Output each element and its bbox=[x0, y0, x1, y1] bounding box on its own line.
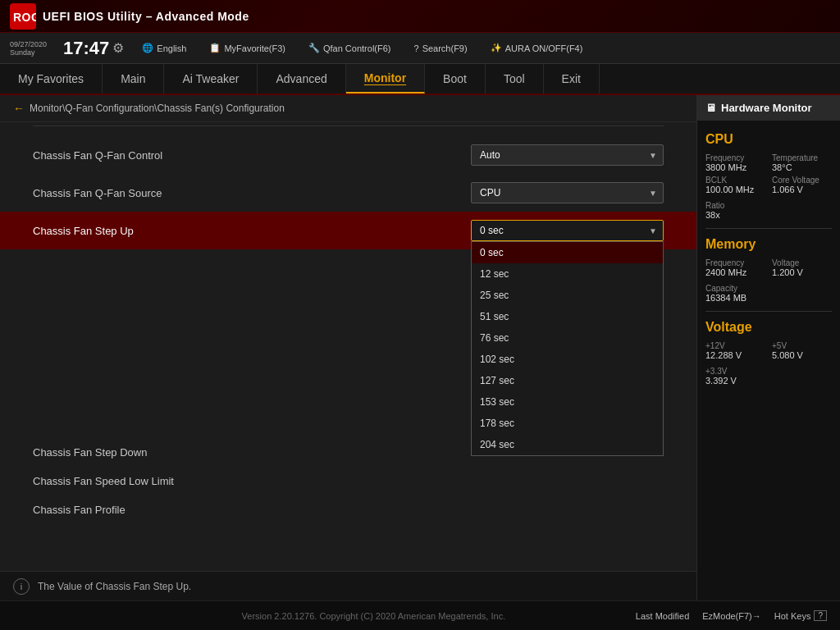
header-logo: ROG UEFI BIOS Utility – Advanced Mode bbox=[10, 3, 249, 30]
aura-icon: ✨ bbox=[491, 43, 502, 53]
settings-icon[interactable]: ⚙ bbox=[112, 40, 124, 56]
hw-mem-volt-col: Voltage 1.200 V bbox=[772, 258, 832, 277]
step-up-select-wrapper: 0 sec ▼ 0 sec 12 sec 25 sec 51 sec 76 se… bbox=[471, 220, 664, 241]
language-label: English bbox=[157, 43, 186, 53]
hw-divider-1 bbox=[705, 228, 832, 229]
nav-item-my-favorites[interactable]: My Favorites bbox=[0, 64, 103, 94]
hot-keys-label: Hot Keys bbox=[774, 611, 811, 621]
hw-v12-col: +12V 12.288 V bbox=[705, 341, 765, 360]
setting-label-step-up: Chassis Fan Step Up bbox=[33, 225, 471, 237]
hw-mem-freq-col: Frequency 2400 MHz bbox=[705, 258, 765, 277]
nav-item-boot[interactable]: Boot bbox=[425, 64, 486, 94]
qfan-control-select-wrapper: Auto Manual Disabled ▼ bbox=[471, 144, 664, 166]
hot-keys-button[interactable]: Hot Keys ? bbox=[774, 610, 827, 621]
hw-v33-value: 3.392 V bbox=[705, 376, 832, 386]
aura-button[interactable]: ✨ AURA ON/OFF(F4) bbox=[486, 41, 588, 55]
setting-row-qfan-source: Chassis Fan Q-Fan Source CPU MB ▼ bbox=[0, 174, 696, 212]
nav-label-monitor: Monitor bbox=[364, 71, 406, 84]
step-up-option-204sec[interactable]: 204 sec bbox=[472, 434, 663, 455]
nav-label-ai-tweaker: Ai Tweaker bbox=[182, 72, 239, 85]
nav-label-exit: Exit bbox=[562, 72, 581, 85]
hw-cpu-grid: Frequency 3800 MHz Temperature 38°C BCLK… bbox=[705, 153, 832, 194]
nav-label-my-favorites: My Favorites bbox=[18, 72, 84, 85]
step-up-option-51sec[interactable]: 51 sec bbox=[472, 306, 663, 327]
main-layout: ← Monitor\Q-Fan Configuration\Chassis Fa… bbox=[0, 95, 840, 600]
breadcrumb-back-button[interactable]: ← bbox=[13, 102, 25, 115]
nav-bar: My Favorites Main Ai Tweaker Advanced Mo… bbox=[0, 64, 840, 95]
hw-mem-volt-value: 1.200 V bbox=[772, 267, 832, 277]
setting-row-step-up: Chassis Fan Step Up 0 sec ▼ 0 sec 12 sec… bbox=[0, 212, 696, 249]
hw-voltage-title: Voltage bbox=[705, 320, 832, 335]
nav-item-advanced[interactable]: Advanced bbox=[258, 64, 345, 94]
toolbar-clock: 17:47 bbox=[63, 39, 109, 57]
nav-item-monitor[interactable]: Monitor bbox=[346, 64, 425, 94]
favorite-icon: 📋 bbox=[209, 43, 221, 53]
step-up-option-0sec[interactable]: 0 sec bbox=[472, 242, 663, 263]
hw-v33-row: +3.3V 3.392 V bbox=[705, 367, 832, 386]
ez-mode-button[interactable]: EzMode(F7)→ bbox=[702, 610, 761, 621]
breadcrumb: ← Monitor\Q-Fan Configuration\Chassis Fa… bbox=[0, 95, 696, 122]
header: ROG UEFI BIOS Utility – Advanced Mode bbox=[0, 0, 840, 33]
qfan-source-select-wrapper: CPU MB ▼ bbox=[471, 182, 664, 203]
info-message: The Value of Chassis Fan Step Up. bbox=[38, 581, 191, 592]
content-area: ← Monitor\Q-Fan Configuration\Chassis Fa… bbox=[0, 95, 696, 600]
step-up-option-178sec[interactable]: 178 sec bbox=[472, 413, 663, 434]
ez-mode-label: EzMode(F7)→ bbox=[702, 611, 761, 621]
header-title: UEFI BIOS Utility – Advanced Mode bbox=[43, 10, 249, 23]
step-up-option-153sec[interactable]: 153 sec bbox=[472, 391, 663, 413]
info-bar: i The Value of Chassis Fan Step Up. bbox=[0, 571, 696, 600]
nav-label-main: Main bbox=[121, 72, 145, 85]
step-up-option-102sec[interactable]: 102 sec bbox=[472, 349, 663, 370]
hw-cpu-title: CPU bbox=[705, 132, 832, 147]
hw-memory-grid: Frequency 2400 MHz Voltage 1.200 V bbox=[705, 258, 832, 277]
hw-cpu-temp-col: Temperature 38°C bbox=[772, 153, 832, 172]
nav-item-ai-tweaker[interactable]: Ai Tweaker bbox=[164, 64, 258, 94]
toolbar-day: Sunday bbox=[10, 48, 47, 57]
step-up-option-12sec[interactable]: 12 sec bbox=[472, 263, 663, 285]
search-label: Search(F9) bbox=[422, 43, 468, 53]
search-button[interactable]: ? Search(F9) bbox=[409, 42, 472, 55]
toolbar-date: 09/27/2020 bbox=[10, 40, 47, 48]
step-up-select-display[interactable]: 0 sec bbox=[471, 220, 664, 241]
hw-cpu-temp-value: 38°C bbox=[772, 162, 832, 172]
setting-label-qfan-control: Chassis Fan Q-Fan Control bbox=[33, 149, 471, 162]
setting-label-qfan-source: Chassis Fan Q-Fan Source bbox=[33, 187, 471, 199]
hw-mem-freq-value: 2400 MHz bbox=[705, 267, 765, 277]
hw-mem-cap-value: 16384 MB bbox=[705, 293, 832, 303]
info-icon: i bbox=[13, 578, 30, 595]
footer-copyright: Version 2.20.1276. Copyright (C) 2020 Am… bbox=[112, 611, 636, 621]
hw-v12-value: 12.288 V bbox=[705, 350, 765, 360]
setting-row-qfan-control: Chassis Fan Q-Fan Control Auto Manual Di… bbox=[0, 136, 696, 174]
last-modified-button[interactable]: Last Modified bbox=[636, 610, 689, 621]
hw-cpu-corev-value: 1.066 V bbox=[772, 185, 832, 194]
hw-monitor-title: Hardware Monitor bbox=[721, 102, 812, 114]
nav-label-boot: Boot bbox=[443, 72, 467, 85]
nav-item-main[interactable]: Main bbox=[103, 64, 164, 94]
last-modified-label: Last Modified bbox=[636, 611, 689, 621]
step-up-option-127sec[interactable]: 127 sec bbox=[472, 370, 663, 391]
qfan-control-select[interactable]: Auto Manual Disabled bbox=[471, 144, 664, 166]
settings-list: Chassis Fan Q-Fan Control Auto Manual Di… bbox=[0, 130, 696, 571]
hw-monitor-header: 🖥 Hardware Monitor bbox=[697, 95, 840, 121]
nav-item-tool[interactable]: Tool bbox=[486, 64, 544, 94]
myfavorite-button[interactable]: 📋 MyFavorite(F3) bbox=[204, 41, 290, 55]
setting-label-speed-low-limit: Chassis Fan Speed Low Limit bbox=[33, 475, 664, 487]
aura-label: AURA ON/OFF(F4) bbox=[505, 43, 583, 53]
hw-voltage-grid: +12V 12.288 V +5V 5.080 V bbox=[705, 341, 832, 360]
hw-mem-cap-row: Capacity 16384 MB bbox=[705, 284, 832, 303]
hw-v5-value: 5.080 V bbox=[772, 350, 832, 360]
language-button[interactable]: 🌐 English bbox=[137, 41, 191, 55]
monitor-icon: 🖥 bbox=[705, 102, 716, 114]
nav-label-tool: Tool bbox=[504, 72, 525, 85]
hw-v5-col: +5V 5.080 V bbox=[772, 341, 832, 360]
hw-cpu-freq-label: Frequency 3800 MHz bbox=[705, 153, 765, 172]
hw-cpu-ratio-value: 38x bbox=[705, 210, 832, 220]
nav-item-exit[interactable]: Exit bbox=[544, 64, 600, 94]
qfan-source-select[interactable]: CPU MB bbox=[471, 182, 664, 203]
setting-row-speed-low-limit: Chassis Fan Speed Low Limit bbox=[0, 467, 696, 495]
step-up-option-76sec[interactable]: 76 sec bbox=[472, 327, 663, 349]
breadcrumb-path: Monitor\Q-Fan Configuration\Chassis Fan(… bbox=[30, 103, 285, 114]
qfan-button[interactable]: 🔧 Qfan Control(F6) bbox=[304, 41, 396, 55]
step-up-option-25sec[interactable]: 25 sec bbox=[472, 285, 663, 306]
globe-icon: 🌐 bbox=[142, 43, 153, 53]
